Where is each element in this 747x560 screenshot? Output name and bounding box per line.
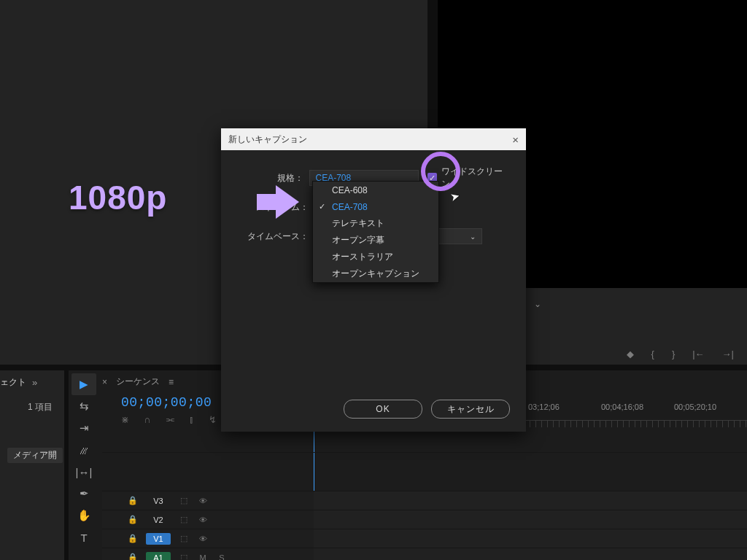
cancel-button[interactable]: キャンセル [431, 400, 510, 419]
wrench-settings-button[interactable]: ↯ [209, 414, 217, 425]
toggle-output-icon[interactable]: 👁 [197, 497, 209, 505]
track-v3: 🔒 V3 ⬚ 👁 [102, 491, 747, 510]
track-a1-target[interactable]: A1 [146, 552, 171, 561]
ruler-label: 00;05;20;10 [674, 402, 716, 411]
hand-tool[interactable]: ✋ [71, 505, 96, 526]
checkmark-icon: ✓ [319, 202, 325, 211]
monitor-transport: ◆ { } |← →| [627, 349, 734, 359]
overflow-tabs-button[interactable]: » [32, 377, 37, 388]
snap-toggle[interactable]: ⋇ [121, 414, 129, 425]
track-v3-target[interactable]: V3 [146, 495, 171, 507]
project-item-count: 1 項目 [28, 401, 53, 413]
track-v2-body[interactable] [314, 510, 747, 529]
track-v2-target[interactable]: V2 [146, 514, 171, 526]
selection-tool[interactable]: ▶ [71, 373, 96, 395]
dd-option-australia[interactable]: オーストラリア [313, 249, 438, 265]
dialog-title-text: 新しいキャプション [228, 133, 307, 146]
ruler-label: 03;12;06 [528, 402, 560, 411]
standard-label: 規格： [241, 172, 309, 184]
track-a1-body[interactable] [314, 548, 747, 560]
slip-tool[interactable]: |↔| [71, 461, 96, 483]
ruler-label: 00;04;16;08 [601, 402, 643, 411]
timebase-label: タイムベース： [241, 230, 314, 243]
track-v2: 🔒 V2 ⬚ 👁 [102, 510, 747, 529]
add-marker-tl-button[interactable]: ⫘ [165, 414, 174, 425]
dd-option-teletext[interactable]: テレテキスト [313, 215, 438, 232]
track-v3-body[interactable] [314, 491, 747, 510]
sequence-title[interactable]: シーケンス [116, 376, 160, 388]
timeline-tools: ▶ ⇆ ⇥ ⫻ |↔| ✒ ✋ T [69, 373, 99, 548]
linked-selection-toggle[interactable]: ∩ [144, 414, 150, 425]
toggle-output-icon[interactable]: 👁 [197, 534, 209, 543]
lock-icon[interactable]: 🔒 [127, 496, 139, 505]
effects-tab[interactable]: ェクト [0, 376, 26, 389]
track-a1: 🔒 A1 ⬚ M S [102, 548, 747, 560]
widescreen-label: ワイドスクリーン [441, 166, 506, 190]
timeline-toolbar: ⋇ ∩ ⫘ ⫿ ↯ [121, 414, 217, 425]
track-v1: 🔒 V1 ⬚ 👁 [102, 529, 747, 548]
lock-icon[interactable]: 🔒 [127, 534, 139, 543]
close-sequence-button[interactable]: × [102, 377, 107, 387]
sync-lock-icon[interactable]: ⬚ [178, 496, 190, 505]
timeline-display-settings[interactable]: ⫿ [189, 414, 194, 425]
type-tool[interactable]: T [71, 526, 96, 548]
dd-option-cea708[interactable]: ✓ CEA-708 [313, 198, 438, 215]
solo-toggle[interactable]: S [216, 553, 228, 561]
dialog-close-button[interactable]: × [512, 133, 519, 146]
pen-tool[interactable]: ✒ [71, 483, 96, 505]
track-v1-target[interactable]: V1 [146, 533, 171, 545]
dd-option-open-caption[interactable]: オープンキャプション [313, 265, 438, 282]
chevron-down-icon: ⌄ [470, 233, 476, 241]
playhead-timecode[interactable]: 00;00;00;00 [121, 395, 212, 410]
mark-in-button[interactable]: { [651, 349, 654, 359]
sync-lock-icon[interactable]: ⬚ [178, 534, 190, 543]
mark-out-button[interactable]: } [672, 349, 675, 359]
standard-dropdown-list: CEA-608 ✓ CEA-708 テレテキスト オープン字幕 オーストラリア … [312, 181, 439, 283]
add-marker-button[interactable]: ◆ [627, 349, 634, 359]
monitor-zoom-dropdown[interactable]: ⌄ [529, 298, 546, 311]
sync-lock-icon[interactable]: ⬚ [178, 553, 190, 560]
razor-tool[interactable]: ⫻ [71, 439, 96, 461]
chevron-down-icon: ⌄ [534, 299, 541, 309]
dd-option-label: CEA-708 [332, 202, 368, 212]
dd-option-cea608[interactable]: CEA-608 [313, 182, 438, 198]
ripple-edit-tool[interactable]: ⇥ [71, 417, 96, 439]
go-to-in-button[interactable]: |← [692, 349, 704, 359]
step-back-button[interactable]: →| [722, 349, 734, 359]
media-start-column[interactable]: メディア開 [7, 448, 63, 463]
dd-option-open-subtitle[interactable]: オープン字幕 [313, 232, 438, 249]
lock-icon[interactable]: 🔒 [127, 515, 139, 524]
toggle-output-icon[interactable]: 👁 [197, 516, 209, 524]
timeline-header: × シーケンス ≡ [102, 376, 174, 388]
dialog-titlebar[interactable]: 新しいキャプション × [221, 128, 526, 150]
lock-icon[interactable]: 🔒 [127, 553, 139, 560]
track-v1-body[interactable] [314, 529, 747, 548]
sync-lock-icon[interactable]: ⬚ [178, 515, 190, 524]
dialog-buttons: OK キャンセル [344, 400, 510, 419]
timeline-panel-menu[interactable]: ≡ [169, 377, 174, 387]
mute-toggle[interactable]: M [197, 553, 209, 561]
annotation-text: 1080p [69, 178, 167, 217]
timeline-tracks: 🔒 V3 ⬚ 👁 🔒 V2 ⬚ 👁 🔒 V1 ⬚ 👁 🔒 A1 ⬚ M [102, 452, 747, 560]
ok-button[interactable]: OK [344, 400, 422, 419]
track-select-tool[interactable]: ⇆ [71, 395, 96, 417]
project-tab-strip: ェクト » [0, 376, 66, 389]
